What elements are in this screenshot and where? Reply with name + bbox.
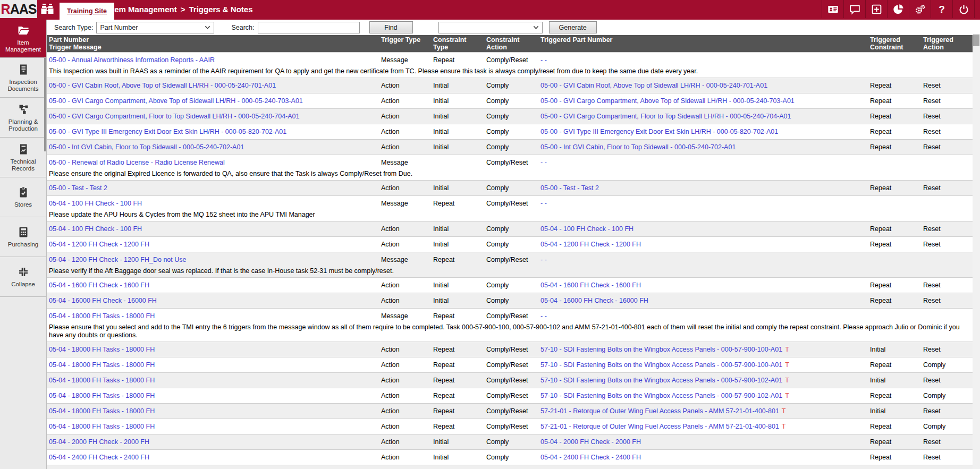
- constraint-type-cell: Initial: [431, 221, 484, 237]
- triggered-part-link[interactable]: 57-21-01 - Retorque of Outer Wing Fuel A…: [540, 423, 779, 430]
- part-number-link[interactable]: 05-04 - 18000 FH Tasks - 18000 FH: [49, 361, 155, 369]
- part-number-link[interactable]: 05-00 - GVI Cargo Compartment, Above Top…: [49, 97, 303, 105]
- trigger-row-group: 05-04 - 2400 FH Check - 2400 FH Action I…: [47, 450, 973, 465]
- triggered-action-cell: [921, 196, 973, 211]
- table-row: 05-04 - 2400 FH Check - 2400 FH Action I…: [47, 450, 973, 465]
- search-type-select[interactable]: Part Number: [96, 22, 214, 33]
- triggered-part-link[interactable]: - -: [540, 256, 547, 263]
- part-number-link[interactable]: 05-04 - 1600 FH Check - 1600 FH: [49, 282, 149, 289]
- part-number-link[interactable]: 05-04 - 18000 FH Tasks - 18000 FH: [49, 407, 155, 415]
- part-number-link[interactable]: 05-00 - Int GVI Cabin, Floor to Top Side…: [49, 143, 244, 151]
- part-number-link[interactable]: 05-00 - Test - Test 2: [49, 184, 107, 192]
- triggered-constraint-cell: Repeat: [868, 93, 921, 109]
- part-number-link[interactable]: 05-04 - 100 FH Check - 100 FH: [49, 225, 142, 233]
- part-number-link[interactable]: 05-00 - GVI Type III Emergency Exit Door…: [49, 128, 286, 135]
- triggered-part-link[interactable]: 05-04 - 2000 FH Check - 2000 FH: [540, 438, 641, 446]
- triggered-part-link[interactable]: 05-04 - 1200 FH Check - 1200 FH: [540, 241, 641, 248]
- triggered-part-link[interactable]: 57-10 - SDI Fastening Bolts on the Wingb…: [540, 377, 782, 384]
- triggered-part-link[interactable]: 05-04 - 16000 FH Check - 16000 FH: [540, 297, 648, 304]
- part-number-link[interactable]: 05-04 - 18000 FH Tasks - 18000 FH: [49, 312, 155, 320]
- part-number-link[interactable]: 05-00 - Renewal of Radio License - Radio…: [49, 159, 225, 166]
- generate-button[interactable]: Generate: [549, 21, 597, 33]
- power-icon[interactable]: [952, 0, 975, 18]
- sidebar-item-purchasing[interactable]: Purchasing: [0, 217, 46, 257]
- breadcrumb-section: Item Management: [109, 5, 177, 14]
- trigger-message-row: This Inspection was built in RAAS as a r…: [47, 67, 973, 78]
- part-number-link[interactable]: 05-00 - Annual Airworthiness Information…: [49, 56, 215, 64]
- pie-chart-icon[interactable]: [887, 0, 909, 18]
- triggered-constraint-cell: Repeat: [868, 450, 921, 465]
- triggers-table: Part NumberTrigger Message Trigger Type …: [47, 35, 973, 469]
- part-number-link[interactable]: 05-04 - 18000 FH Tasks - 18000 FH: [49, 392, 155, 399]
- find-button[interactable]: Find: [369, 21, 413, 33]
- triggered-part-link[interactable]: 05-00 - GVI Cargo Compartment, Above Top…: [540, 97, 795, 105]
- triggered-part-link[interactable]: 05-00 - GVI Type III Emergency Exit Door…: [540, 128, 778, 135]
- sidebar-scrollbar-thumb[interactable]: [44, 58, 46, 151]
- part-number-link[interactable]: 05-04 - 2000 FH Check - 2000 FH: [49, 438, 149, 446]
- constraint-action-cell: Comply/Reset: [484, 404, 538, 419]
- sidebar-item-inspection-documents[interactable]: Inspection Documents: [0, 58, 46, 98]
- triggered-part-link[interactable]: 05-00 - GVI Cargo Compartment, Floor to …: [540, 113, 791, 120]
- id-card-icon[interactable]: [822, 0, 843, 18]
- binoculars-icon[interactable]: [40, 3, 54, 15]
- sidebar-item-planning-production[interactable]: Planning & Production: [0, 98, 46, 138]
- triggered-part-link[interactable]: 05-00 - GVI Cabin Roof, Above Top of Sid…: [540, 82, 767, 89]
- constraint-type-cell: Initial: [431, 450, 484, 465]
- part-number-link[interactable]: 05-04 - 2400 FH Check - 2400 FH: [49, 454, 149, 461]
- add-window-icon[interactable]: [865, 0, 887, 18]
- triggered-part-link[interactable]: - -: [540, 312, 547, 320]
- triggered-part-link[interactable]: - -: [540, 200, 547, 207]
- settings-gears-icon[interactable]: [909, 0, 931, 18]
- triggered-part-link[interactable]: 57-10 - SDI Fastening Bolts on the Wingb…: [540, 392, 782, 399]
- triggered-part-link[interactable]: 57-21-01 - Retorque of Outer Wing Fuel A…: [540, 407, 779, 415]
- trigger-message-text: This Inspection was built in RAAS as a r…: [47, 67, 973, 78]
- triggered-part-link[interactable]: 57-10 - SDI Fastening Bolts on the Wingb…: [540, 346, 782, 353]
- trigger-row-group: 05-04 - 2000 FH Check - 2000 FH Action I…: [47, 434, 973, 450]
- sidebar-item-stores[interactable]: Stores: [0, 177, 46, 217]
- chat-icon[interactable]: [843, 0, 865, 18]
- constraint-action-cell: Comply/Reset: [484, 342, 538, 357]
- triggered-part-link[interactable]: 05-00 - Test - Test 2: [540, 184, 599, 192]
- part-number-link[interactable]: 05-04 - 100 FH Check - 100 FH: [49, 200, 142, 207]
- constraint-action-cell: Comply: [484, 181, 538, 196]
- help-icon[interactable]: ?: [931, 0, 952, 18]
- trigger-type-cell: Action: [379, 450, 431, 465]
- part-number-link[interactable]: 05-00 - GVI Cargo Compartment, Floor to …: [49, 113, 300, 120]
- triggered-part-link[interactable]: 05-00 - Int GVI Cabin, Floor to Top Side…: [540, 143, 736, 151]
- scrollbar-thumb[interactable]: [973, 35, 979, 46]
- part-number-link[interactable]: 05-04 - 1200 FH Check - 1200 FH_Do not U…: [49, 256, 186, 263]
- triggered-action-cell: Reset: [921, 342, 973, 357]
- report-select[interactable]: [438, 22, 543, 33]
- col-triggered-constraint: TriggeredConstraint: [868, 35, 921, 53]
- breadcrumb: Item Management > Triggers & Notes: [109, 0, 253, 18]
- main-content: Search Type: Part Number Search: Find Ge…: [47, 20, 980, 469]
- part-number-link[interactable]: 05-04 - 18000 FH Tasks - 18000 FH: [49, 377, 155, 384]
- triggered-constraint-cell: [868, 53, 921, 68]
- part-number-link[interactable]: 05-04 - 18000 FH Tasks - 18000 FH: [49, 346, 155, 353]
- triggered-action-cell: Reset: [921, 293, 973, 309]
- part-number-link[interactable]: 05-04 - 16000 FH Check - 16000 FH: [49, 297, 157, 304]
- constraint-action-cell: Comply/Reset: [484, 309, 538, 324]
- trigger-row-group: 05-00 - GVI Type III Emergency Exit Door…: [47, 124, 973, 140]
- sidebar-item-technical-records[interactable]: Technical Records: [0, 138, 46, 177]
- triggered-part-cell: 57-21-01 - Retorque of Outer Wing Fuel A…: [538, 404, 868, 419]
- triggered-part-link[interactable]: - -: [540, 159, 547, 166]
- triggered-action-cell: Reset: [921, 450, 973, 465]
- trigger-type-cell: Action: [379, 373, 431, 388]
- part-number-link[interactable]: 05-00 - GVI Cabin Roof, Above Top of Sid…: [49, 82, 276, 89]
- triggered-constraint-cell: Repeat: [868, 357, 921, 373]
- search-input[interactable]: [258, 22, 360, 33]
- sidebar-item-collapse[interactable]: Collapse: [0, 257, 46, 297]
- sidebar-item-item-management[interactable]: Item Management: [0, 20, 46, 58]
- triggered-part-link[interactable]: 05-04 - 100 FH Check - 100 FH: [540, 225, 633, 233]
- constraint-type-cell: Repeat: [431, 252, 484, 268]
- triggered-part-link[interactable]: 05-04 - 1600 FH Check - 1600 FH: [540, 282, 641, 289]
- part-number-link[interactable]: 05-04 - 18000 FH Tasks - 18000 FH: [49, 423, 155, 430]
- part-number-cell: 05-00 - Renewal of Radio License - Radio…: [47, 155, 379, 170]
- triggered-part-link[interactable]: - -: [540, 56, 547, 64]
- training-site-tab[interactable]: Training Site: [60, 3, 114, 20]
- triggered-part-link[interactable]: 05-04 - 2400 FH Check - 2400 FH: [540, 454, 641, 461]
- part-number-link[interactable]: 05-04 - 1200 FH Check - 1200 FH: [49, 241, 149, 248]
- triggered-part-link[interactable]: 57-10 - SDI Fastening Bolts on the Wingb…: [540, 361, 782, 369]
- vertical-scrollbar[interactable]: [973, 34, 980, 469]
